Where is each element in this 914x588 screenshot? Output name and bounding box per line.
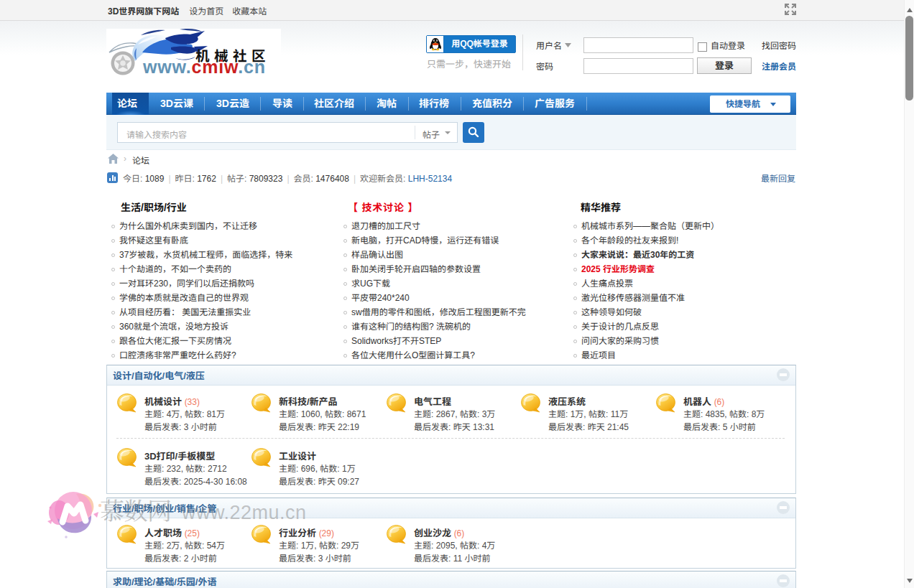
svg-text:www.cmiw.cn: www.cmiw.cn xyxy=(142,57,266,77)
